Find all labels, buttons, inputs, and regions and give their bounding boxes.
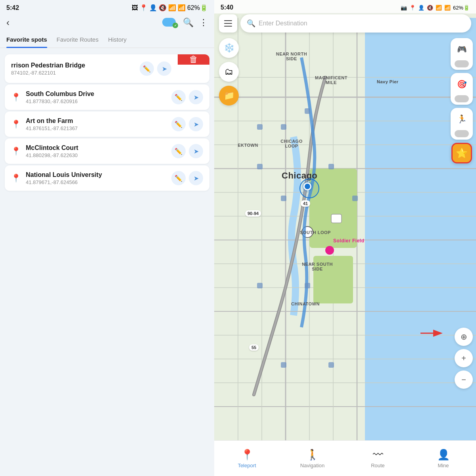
route-90-94-badge: 90-94 — [245, 210, 261, 217]
running-group: 🏃 — [451, 108, 473, 140]
map-controls: ⊕ + − — [455, 328, 473, 389]
map-search-bar: 🔍 Enter Destination — [219, 14, 471, 33]
edit-button[interactable]: ✏️ — [171, 144, 186, 158]
item-info: rrison Pedestrian Bridge 874102,-87.6221… — [11, 62, 140, 76]
item-name: rrison Pedestrian Bridge — [11, 62, 140, 69]
navigation-icon: 🚶 — [306, 449, 319, 461]
svg-rect-36 — [328, 362, 334, 368]
mine-label: Mine — [438, 463, 449, 468]
gamepad-group: 🎮 — [451, 38, 473, 70]
status-bar-left: 5:42 🖼 📍 👤 🔇 📶 📶 62%🔋 — [0, 0, 214, 14]
nav-navigation[interactable]: 🚶 Navigation — [280, 449, 345, 468]
layers-button[interactable]: 🗂 — [219, 62, 239, 82]
map-svg — [214, 0, 476, 476]
edit-button[interactable]: ✏️ — [171, 117, 186, 131]
battery-right: 62%🔋 — [453, 5, 470, 11]
svg-rect-29 — [281, 196, 286, 201]
teleport-icon: 📍 — [241, 449, 253, 461]
photo-icon: 🖼 — [132, 4, 138, 12]
running-toggle[interactable] — [455, 130, 469, 137]
tab-favorite-routes[interactable]: Favorite Routes — [57, 31, 99, 48]
tab-history[interactable]: History — [108, 31, 127, 48]
share-button[interactable]: ➤ — [189, 144, 203, 158]
folder-button[interactable]: 📁 — [219, 86, 239, 106]
search-button[interactable]: 🔍 — [183, 17, 194, 28]
list-item: 📍 McClintock Court 41.880298,-87.622630 … — [5, 138, 209, 164]
gamepad-toggle[interactable] — [455, 60, 469, 67]
route-41-badge: 41 — [301, 200, 310, 207]
person-toggle[interactable] — [455, 95, 469, 102]
search-placeholder: Enter Destination — [259, 20, 307, 27]
gamepad-button[interactable]: 🎮 — [453, 40, 470, 58]
route-55-badge: 55 — [249, 344, 259, 351]
svg-rect-26 — [257, 124, 263, 130]
share-button[interactable]: ➤ — [189, 90, 203, 104]
svg-rect-32 — [352, 196, 358, 201]
pin-icon: 📍 — [11, 146, 21, 156]
status-bar-right: 5:40 📷 📍 👤 🔇 📶 📶 62%🔋 — [214, 0, 476, 13]
top-bar: ‹ ✓ 🔍 ⋮ — [0, 14, 214, 31]
map-right-icons: 🎮 🎯 🏃 ⭐ — [451, 38, 473, 163]
item-info: South Columbus Drive 41.877830,-87.62091… — [26, 90, 171, 104]
edit-button[interactable]: ✏️ — [171, 171, 186, 185]
svg-rect-27 — [281, 124, 286, 130]
hamburger-icon — [224, 20, 232, 27]
location-icon: 📍 — [140, 4, 148, 12]
running-button[interactable]: 🏃 — [453, 110, 470, 128]
menu-button[interactable] — [219, 14, 237, 33]
teleport-label: Teleport — [238, 463, 256, 468]
svg-rect-24 — [313, 256, 353, 303]
person-button[interactable]: 🎯 — [453, 75, 470, 93]
star-highlighted-button[interactable]: ⭐ — [451, 143, 472, 163]
item-actions: ✏️ ➤ — [171, 90, 203, 104]
svg-rect-34 — [305, 283, 310, 288]
list-item: 📍 National Louis University 41.879671,-8… — [5, 165, 209, 191]
item-actions: ✏️ ➤ — [171, 117, 203, 131]
svg-rect-23 — [309, 169, 357, 248]
mute-icon-r: 🔇 — [427, 5, 433, 11]
favorites-list: rrison Pedestrian Bridge 874102,-87.6221… — [0, 50, 214, 476]
item-actions: ✏️ ➤ — [171, 144, 203, 158]
destination-search[interactable]: 🔍 Enter Destination — [240, 14, 471, 33]
item-name: McClintock Court — [26, 144, 171, 152]
status-icons-left: 🖼 📍 👤 🔇 📶 📶 62%🔋 — [132, 4, 208, 12]
navigation-label: Navigation — [300, 463, 324, 468]
right-panel: 5:40 📷 📍 👤 🔇 📶 📶 62%🔋 🔍 Enter Destinatio… — [214, 0, 476, 476]
share-button[interactable]: ➤ — [189, 171, 203, 185]
share-button[interactable]: ➤ — [189, 117, 203, 131]
top-bar-right: ✓ 🔍 ⋮ — [162, 17, 208, 28]
nav-teleport[interactable]: 📍 Teleport — [214, 449, 280, 468]
search-icon: 🔍 — [247, 19, 255, 28]
svg-rect-31 — [328, 164, 334, 169]
edit-button[interactable]: ✏️ — [140, 61, 154, 76]
status-time-right: 5:40 — [221, 4, 233, 11]
list-item: 📍 Art on the Farm 41.876151,-87.621367 ✏… — [5, 111, 209, 137]
battery-label: 62%🔋 — [187, 4, 208, 12]
compass-button[interactable]: ⊕ — [455, 328, 473, 346]
route-icon: 〰 — [373, 449, 383, 461]
status-time-left: 5:42 — [6, 4, 19, 12]
left-panel: 5:42 🖼 📍 👤 🔇 📶 📶 62%🔋 ‹ ✓ 🔍 ⋮ Favorite s… — [0, 0, 214, 476]
map-background — [214, 0, 476, 476]
wifi-icon-r: 📶 — [436, 5, 442, 11]
share-button[interactable]: ➤ — [157, 61, 171, 76]
item-name: National Louis University — [26, 171, 171, 178]
list-item: rrison Pedestrian Bridge 874102,-87.6221… — [5, 54, 209, 83]
item-actions: ✏️ ➤ — [171, 171, 203, 185]
signal-icon-r: 📶 — [444, 5, 451, 11]
red-arrow-indicator — [416, 325, 448, 341]
snowflake-button[interactable]: ❄️ — [219, 38, 239, 58]
back-button[interactable]: ‹ — [6, 17, 10, 28]
item-info: National Louis University 41.879671,-87.… — [26, 171, 171, 185]
item-coords: 41.880298,-87.622630 — [26, 152, 171, 158]
item-coords: 874102,-87.622101 — [11, 70, 140, 76]
delete-button[interactable]: 🗑 — [178, 54, 209, 65]
more-options-button[interactable]: ⋮ — [199, 17, 208, 28]
zoom-out-button[interactable]: − — [455, 370, 473, 389]
tab-favorite-spots[interactable]: Favorite spots — [6, 31, 47, 48]
wifi-icon: 📶 — [168, 4, 176, 12]
zoom-in-button[interactable]: + — [455, 349, 473, 367]
edit-button[interactable]: ✏️ — [171, 90, 186, 104]
nav-route[interactable]: 〰 Route — [345, 449, 411, 468]
nav-mine[interactable]: 👤 Mine — [411, 449, 476, 468]
